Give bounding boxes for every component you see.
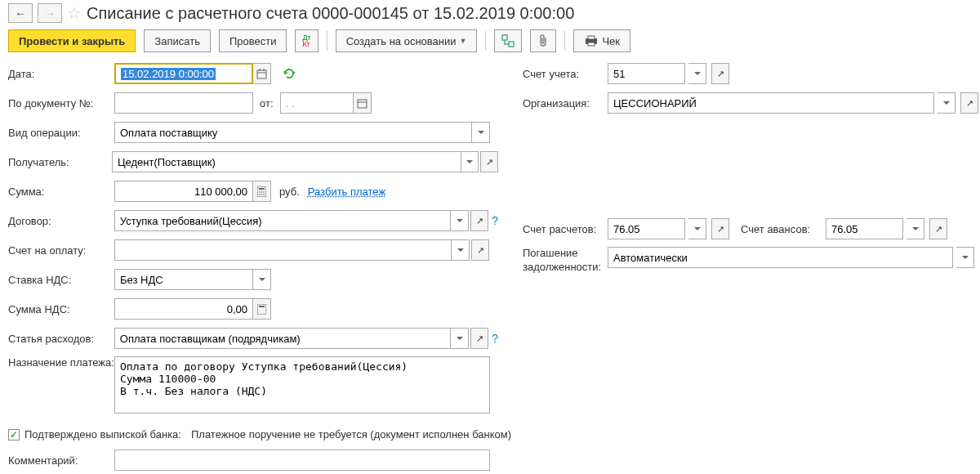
svg-rect-3 — [588, 36, 595, 39]
advance-account-open-button[interactable]: ↗ — [929, 218, 947, 239]
svg-rect-4 — [588, 42, 595, 46]
paperclip-icon — [537, 34, 549, 47]
doc-num-label: По документу №: — [8, 97, 114, 110]
op-type-input[interactable] — [114, 122, 472, 143]
svg-point-16 — [259, 194, 261, 195]
separator — [327, 31, 327, 51]
account-input[interactable] — [608, 63, 685, 84]
vat-rate-label: Ставка НДС: — [8, 274, 114, 286]
advance-account-dropdown[interactable] — [906, 218, 924, 239]
confirmed-label: Подтверждено выпиской банка: — [24, 428, 181, 440]
vat-amount-label: Сумма НДС: — [8, 303, 114, 315]
svg-point-13 — [259, 191, 261, 193]
advance-account-input[interactable] — [826, 218, 903, 239]
split-payment-link[interactable]: Разбить платеж — [308, 186, 385, 198]
org-dropdown[interactable] — [938, 92, 956, 114]
printer-icon — [584, 35, 599, 47]
settle-account-input[interactable] — [608, 218, 685, 239]
post-and-close-button[interactable]: Провести и закрыть — [8, 29, 136, 52]
currency-label: руб. — [279, 186, 300, 198]
nav-forward-button[interactable]: → — [38, 3, 62, 23]
calendar-icon — [357, 98, 368, 109]
vat-rate-dropdown[interactable] — [253, 269, 271, 290]
expense-input[interactable] — [114, 328, 451, 349]
favorite-star-icon[interactable]: ☆ — [67, 3, 82, 23]
expense-help-icon[interactable]: ? — [492, 332, 498, 345]
account-open-button[interactable]: ↗ — [711, 63, 729, 84]
op-type-dropdown[interactable] — [472, 122, 490, 143]
org-label: Организация: — [523, 97, 604, 110]
vat-amount-input[interactable] — [114, 298, 253, 320]
from-date-input[interactable] — [280, 92, 354, 114]
calculator-icon — [257, 186, 266, 197]
contract-help-icon[interactable]: ? — [492, 214, 498, 227]
contract-dropdown[interactable] — [451, 210, 469, 231]
debt-input[interactable] — [608, 247, 953, 268]
svg-rect-12 — [259, 188, 265, 190]
settle-account-open-button[interactable]: ↗ — [711, 218, 729, 239]
calculator-icon — [257, 304, 266, 315]
post-button[interactable]: Провести — [219, 29, 287, 52]
contract-input[interactable] — [114, 210, 451, 231]
debt-dropdown[interactable] — [956, 247, 974, 268]
invoice-input[interactable] — [114, 239, 452, 261]
org-open-button[interactable]: ↗ — [960, 92, 978, 114]
doc-num-input[interactable] — [114, 92, 253, 114]
purpose-label: Назначение платежа: — [8, 356, 114, 369]
cheque-button[interactable]: Чек — [573, 29, 630, 52]
svg-rect-5 — [257, 70, 266, 78]
recipient-open-button[interactable]: ↗ — [480, 151, 498, 172]
svg-rect-19 — [257, 304, 266, 315]
vat-calculator-button[interactable] — [253, 298, 271, 320]
separator — [564, 31, 565, 51]
purpose-textarea[interactable] — [114, 356, 490, 414]
dtkt-button[interactable]: ДтКт — [295, 29, 318, 52]
date-label: Дата: — [8, 68, 114, 80]
calendar-icon — [256, 69, 267, 79]
amount-input[interactable] — [114, 181, 253, 202]
structure-button[interactable] — [494, 29, 522, 52]
invoice-open-button[interactable]: ↗ — [471, 239, 489, 261]
settle-account-label: Счет расчетов: — [523, 223, 604, 235]
settle-account-dropdown[interactable] — [688, 218, 706, 239]
recipient-input[interactable] — [112, 151, 461, 172]
structure-icon — [501, 34, 514, 47]
account-label: Счет учета: — [523, 68, 604, 80]
save-button[interactable]: Записать — [144, 29, 211, 52]
expense-label: Статья расходов: — [8, 333, 114, 345]
recipient-dropdown[interactable] — [461, 151, 479, 172]
comment-input[interactable] — [114, 449, 490, 471]
invoice-dropdown[interactable] — [452, 239, 470, 261]
from-calendar-button[interactable] — [354, 92, 372, 114]
vat-rate-input[interactable] — [114, 269, 253, 290]
attachment-button[interactable] — [530, 29, 556, 52]
svg-point-18 — [263, 194, 265, 195]
separator — [485, 31, 486, 51]
create-on-basis-button[interactable]: Создать на основании ▼ — [336, 29, 478, 52]
nav-back-button[interactable]: ← — [8, 3, 33, 23]
contract-open-button[interactable]: ↗ — [470, 210, 488, 231]
date-input[interactable]: 15.02.2019 0:00:00 — [114, 63, 253, 84]
confirmed-note: Платежное поручение не требуется (докуме… — [191, 428, 511, 440]
advance-account-label: Счет авансов: — [741, 223, 822, 235]
invoice-label: Счет на оплату: — [8, 244, 114, 257]
amount-label: Сумма: — [8, 186, 114, 198]
debt-label: Погашение задолженности: — [523, 247, 604, 275]
account-dropdown[interactable] — [688, 63, 706, 84]
recipient-label: Получатель: — [8, 156, 112, 168]
from-label: от: — [260, 97, 274, 110]
svg-rect-9 — [358, 100, 367, 108]
svg-point-14 — [261, 191, 263, 193]
expense-open-button[interactable]: ↗ — [470, 328, 488, 349]
contract-label: Договор: — [8, 215, 114, 227]
calendar-button[interactable] — [253, 63, 271, 84]
svg-point-17 — [261, 194, 263, 195]
svg-rect-20 — [259, 306, 265, 307]
svg-point-15 — [263, 191, 265, 193]
expense-dropdown[interactable] — [451, 328, 469, 349]
svg-rect-0 — [502, 35, 507, 40]
calculator-button[interactable] — [253, 181, 271, 202]
confirmed-checkbox[interactable]: ✓ — [8, 429, 20, 440]
org-input[interactable] — [608, 92, 934, 114]
refresh-icon[interactable] — [283, 68, 296, 79]
